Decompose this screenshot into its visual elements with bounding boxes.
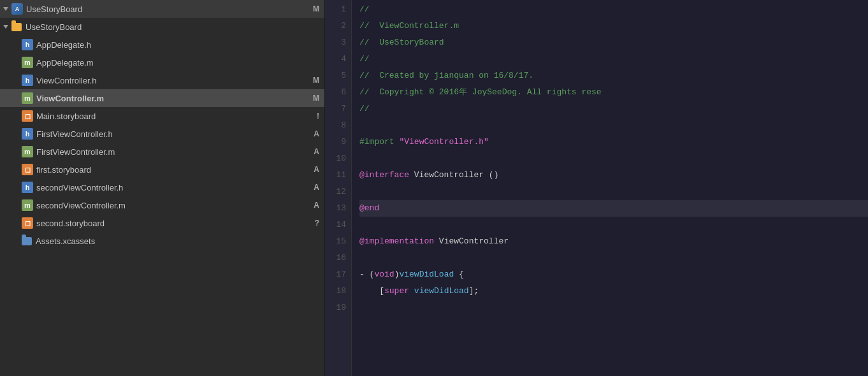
method-token: viewDidLoad bbox=[414, 286, 469, 296]
expand-triangle-icon[interactable] bbox=[3, 5, 10, 13]
file-label: UseStoryBoard bbox=[26, 4, 310, 14]
line-number: 16 bbox=[325, 250, 346, 266]
file-badge: M bbox=[313, 76, 319, 85]
line-number: 9 bbox=[325, 134, 346, 150]
plain-token: ]; bbox=[469, 286, 479, 296]
code-line bbox=[359, 217, 868, 233]
import-file-token: "ViewController.h" bbox=[399, 137, 488, 147]
m-file-icon: m bbox=[22, 199, 33, 211]
code-line bbox=[359, 117, 868, 134]
plain-token bbox=[409, 286, 414, 296]
code-line: [super viewDidLoad]; bbox=[359, 283, 868, 300]
storyboard-file-icon: ◻ bbox=[22, 164, 33, 175]
sidebar-item-appdelegate-h[interactable]: hAppDelegate.h bbox=[0, 36, 324, 54]
plain-token: { bbox=[454, 270, 464, 279]
sidebar-item-first-storyboard[interactable]: ◻first.storyboardA bbox=[0, 161, 324, 178]
line-number: 19 bbox=[325, 300, 346, 316]
sidebar-item-firstviewcontroller-m[interactable]: mFirstViewController.mA bbox=[0, 143, 324, 161]
code-line bbox=[359, 150, 868, 167]
m-file-icon: m bbox=[22, 92, 33, 104]
sidebar-item-viewcontroller-m[interactable]: mViewController.mM bbox=[0, 89, 324, 107]
line-number: 8 bbox=[325, 117, 346, 134]
keyword-token: void bbox=[374, 270, 394, 279]
sidebar-item-appdelegate-m[interactable]: mAppDelegate.m bbox=[0, 54, 324, 71]
line-number: 14 bbox=[325, 217, 346, 233]
comment-token: // bbox=[359, 4, 370, 14]
file-badge: A bbox=[314, 165, 319, 174]
file-badge: A bbox=[314, 129, 319, 138]
m-file-icon: m bbox=[22, 57, 33, 68]
line-number: 7 bbox=[325, 101, 346, 117]
comment-token: // UseStoryBoard bbox=[359, 38, 444, 47]
sidebar-item-main-storyboard[interactable]: ◻Main.storyboard! bbox=[0, 107, 324, 125]
sidebar-item-folder-root[interactable]: UseStoryBoard bbox=[0, 18, 324, 36]
sidebar-item-firstviewcontroller-h[interactable]: hFirstViewController.hA bbox=[0, 125, 324, 143]
file-label: AppDelegate.m bbox=[36, 58, 319, 68]
file-label: FirstViewController.m bbox=[36, 147, 311, 157]
sidebar-item-secondviewcontroller-h[interactable]: hsecondViewController.hA bbox=[0, 178, 324, 196]
project-icon: A bbox=[11, 3, 23, 15]
at-keyword-token: @interface bbox=[359, 170, 409, 180]
file-label: first.storyboard bbox=[36, 165, 311, 175]
file-label: ViewController.h bbox=[36, 76, 310, 85]
code-line: // Created by jianquan on 16/8/17. bbox=[359, 68, 868, 84]
file-badge: A bbox=[314, 201, 319, 210]
xcassets-folder-icon bbox=[22, 237, 32, 245]
preprocessor-token: #import bbox=[359, 137, 394, 147]
sidebar-item-assets-xcassets[interactable]: Assets.xcassets bbox=[0, 232, 324, 250]
plain-token: ViewController () bbox=[409, 170, 498, 180]
file-navigator: AUseStoryBoardMUseStoryBoardhAppDelegate… bbox=[0, 0, 325, 376]
expand-triangle-icon[interactable] bbox=[3, 23, 10, 31]
plain-token: - ( bbox=[359, 270, 374, 279]
sidebar-item-secondviewcontroller-m[interactable]: msecondViewController.mA bbox=[0, 196, 324, 214]
code-line: - (void)viewDidLoad { bbox=[359, 266, 868, 283]
file-badge: M bbox=[313, 94, 319, 103]
code-line: // bbox=[359, 101, 868, 117]
comment-token: // ViewController.m bbox=[359, 21, 459, 31]
code-line: #import "ViewController.h" bbox=[359, 134, 868, 150]
code-line bbox=[359, 250, 868, 266]
plain-token: [ bbox=[359, 286, 384, 296]
sidebar-item-second-storyboard[interactable]: ◻second.storyboard? bbox=[0, 214, 324, 232]
code-line: // bbox=[359, 1, 868, 18]
code-line bbox=[359, 184, 868, 200]
h-file-icon: h bbox=[22, 39, 33, 50]
plain-token: ViewController bbox=[434, 236, 509, 246]
storyboard-file-icon: ◻ bbox=[22, 217, 33, 229]
file-badge: A bbox=[314, 183, 319, 192]
line-number: 13 bbox=[325, 200, 346, 217]
code-line: // Copyright © 2016年 JoySeeDog. All righ… bbox=[359, 84, 868, 101]
file-label: AppDelegate.h bbox=[36, 40, 319, 50]
file-label: secondViewController.h bbox=[36, 183, 311, 192]
line-number: 5 bbox=[325, 68, 346, 84]
code-editor: 12345678910111213141516171819 //// ViewC… bbox=[325, 0, 868, 376]
file-label: ViewController.m bbox=[36, 94, 310, 103]
comment-token: // bbox=[359, 54, 370, 64]
h-file-icon: h bbox=[22, 128, 33, 140]
line-number: 3 bbox=[325, 34, 346, 51]
comment-token: // Copyright © 2016年 JoySeeDog. All righ… bbox=[359, 87, 602, 97]
sidebar-item-project-root[interactable]: AUseStoryBoardM bbox=[0, 0, 324, 18]
h-file-icon: h bbox=[22, 75, 33, 86]
line-number: 2 bbox=[325, 18, 346, 34]
code-line: // ViewController.m bbox=[359, 18, 868, 34]
code-content[interactable]: //// ViewController.m// UseStoryBoard///… bbox=[352, 0, 868, 376]
line-number: 18 bbox=[325, 283, 346, 300]
sidebar-item-viewcontroller-h[interactable]: hViewController.hM bbox=[0, 71, 324, 89]
code-line: @end bbox=[359, 200, 868, 217]
line-number: 1 bbox=[325, 1, 346, 18]
code-line: // bbox=[359, 51, 868, 68]
code-line: // UseStoryBoard bbox=[359, 34, 868, 51]
line-number: 11 bbox=[325, 167, 346, 184]
comment-token: // Created by jianquan on 16/8/17. bbox=[359, 71, 533, 80]
file-label: UseStoryBoard bbox=[25, 22, 319, 32]
at-keyword-token: @implementation bbox=[359, 236, 434, 246]
m-file-icon: m bbox=[22, 146, 33, 157]
code-line bbox=[359, 300, 868, 316]
file-label: secondViewController.m bbox=[36, 201, 311, 210]
at-keyword-token: @end bbox=[359, 203, 379, 213]
folder-icon bbox=[11, 23, 22, 31]
line-number: 17 bbox=[325, 266, 346, 283]
file-badge: M bbox=[313, 4, 319, 13]
method-token: viewDidLoad bbox=[399, 270, 454, 279]
